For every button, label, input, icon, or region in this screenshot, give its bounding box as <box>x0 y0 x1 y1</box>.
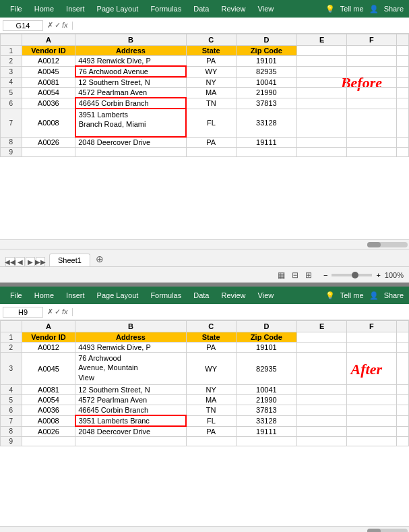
tell-me[interactable]: Tell me <box>340 5 364 13</box>
cell-d7[interactable]: 33128 <box>236 109 297 137</box>
nav-next[interactable]: ▶ <box>26 257 35 266</box>
bottom-cell-a8[interactable]: A0026 <box>22 426 75 437</box>
cell-e4[interactable] <box>297 77 347 88</box>
nav-last[interactable]: ▶▶ <box>36 257 45 266</box>
cell-b2[interactable]: 4493 Renwick Dive, P <box>75 56 187 67</box>
cell-d3[interactable]: 82935 <box>236 66 297 77</box>
bottom-cell-a6[interactable]: A0036 <box>22 405 75 416</box>
bottom-cell-b9[interactable] <box>75 437 187 446</box>
bottom-col-header-a[interactable]: A <box>22 321 75 332</box>
bottom-cell-e1[interactable] <box>297 332 347 343</box>
cell-b1[interactable]: Address <box>75 46 187 56</box>
cell-f4[interactable] <box>347 77 397 88</box>
confirm-icon[interactable]: ✓ <box>55 21 61 30</box>
col-header-c[interactable]: C <box>186 34 236 46</box>
bottom-menu-page-layout[interactable]: Page Layout <box>92 290 144 301</box>
cell-f6[interactable] <box>347 98 397 109</box>
col-header-a[interactable]: A <box>22 34 75 46</box>
col-header-e[interactable]: E <box>297 34 347 46</box>
normal-view-icon[interactable]: ▦ <box>276 270 287 280</box>
cell-f1[interactable] <box>347 46 397 56</box>
page-layout-icon[interactable]: ⊟ <box>290 270 301 280</box>
cell-f3[interactable] <box>347 66 397 77</box>
bottom-cell-c8[interactable]: PA <box>186 426 236 437</box>
cell-d6[interactable]: 37813 <box>236 98 297 109</box>
bottom-scrollbar-h[interactable] <box>0 526 409 532</box>
menu-home[interactable]: Home <box>30 3 59 14</box>
bottom-cell-f1[interactable] <box>347 332 397 343</box>
menu-file[interactable]: File <box>5 3 27 14</box>
cell-a8[interactable]: A0026 <box>22 137 75 148</box>
bottom-cell-c9[interactable] <box>186 437 236 446</box>
cell-a9[interactable] <box>22 148 75 157</box>
bottom-cell-c1[interactable]: State <box>186 332 236 343</box>
bottom-cell-a5[interactable]: A0054 <box>22 395 75 405</box>
bottom-cell-e2[interactable] <box>297 343 347 353</box>
bottom-formula-input[interactable] <box>72 308 406 316</box>
top-scrollbar-thumb[interactable] <box>367 242 408 247</box>
bottom-cell-a4[interactable]: A0081 <box>22 385 75 395</box>
top-zoom-thumb[interactable] <box>352 272 358 278</box>
nav-prev[interactable]: ◀ <box>15 257 25 266</box>
bottom-cell-d2[interactable]: 19101 <box>236 343 297 353</box>
bottom-col-header-b[interactable]: B <box>75 321 187 332</box>
bottom-tell-me[interactable]: Tell me <box>340 291 364 299</box>
cell-c3[interactable]: WY <box>186 66 236 77</box>
bottom-cell-b1[interactable]: Address <box>75 332 187 343</box>
cell-b3[interactable]: 76 Archwood Avenue <box>75 66 187 77</box>
bottom-cell-a7[interactable]: A0008 <box>22 415 75 426</box>
cell-a2[interactable]: A0012 <box>22 56 75 67</box>
top-zoom-minus[interactable]: − <box>323 271 327 279</box>
bottom-cell-f8[interactable] <box>347 426 397 437</box>
bottom-col-header-c[interactable]: C <box>186 321 236 332</box>
bottom-confirm-icon[interactable]: ✓ <box>55 307 61 316</box>
bottom-col-header-f[interactable]: F <box>347 321 397 332</box>
bottom-cell-c5[interactable]: MA <box>186 395 236 405</box>
cell-a4[interactable]: A0081 <box>22 77 75 88</box>
bottom-cell-e8[interactable] <box>297 426 347 437</box>
cell-c2[interactable]: PA <box>186 56 236 67</box>
bottom-menu-view[interactable]: View <box>253 290 279 301</box>
bottom-menu-home[interactable]: Home <box>30 290 59 301</box>
bottom-cell-c4[interactable]: NY <box>186 385 236 395</box>
top-zoom-plus[interactable]: + <box>376 271 380 279</box>
col-header-d[interactable]: D <box>236 34 297 46</box>
menu-page-layout[interactable]: Page Layout <box>92 3 144 14</box>
bottom-cell-b6[interactable]: 46645 Corbin Branch <box>75 405 187 416</box>
cell-d9[interactable] <box>236 148 297 157</box>
bottom-col-header-e[interactable]: E <box>297 321 347 332</box>
cell-b9[interactable] <box>75 148 187 157</box>
bottom-cell-c6[interactable]: TN <box>186 405 236 416</box>
function-icon[interactable]: fx <box>62 21 68 30</box>
bottom-cell-d5[interactable]: 21990 <box>236 395 297 405</box>
menu-formulas[interactable]: Formulas <box>146 3 186 14</box>
cell-e6[interactable] <box>297 98 347 109</box>
cell-f9[interactable] <box>347 148 397 157</box>
cell-a7[interactable]: A0008 <box>22 109 75 137</box>
cell-d5[interactable]: 21990 <box>236 88 297 98</box>
cancel-icon[interactable]: ✗ <box>47 21 53 30</box>
cell-e2[interactable] <box>297 56 347 67</box>
cell-c6[interactable]: TN <box>186 98 236 109</box>
cell-b4[interactable]: 12 Southern Street, N <box>75 77 187 88</box>
top-sheet-tab[interactable]: Sheet1 <box>49 254 90 266</box>
cell-f7[interactable] <box>347 109 397 137</box>
bottom-cell-f5[interactable] <box>347 395 397 405</box>
bottom-function-icon[interactable]: fx <box>62 307 68 316</box>
menu-insert[interactable]: Insert <box>61 3 90 14</box>
cell-b5[interactable]: 4572 Pearlman Aven <box>75 88 187 98</box>
bottom-cell-b3[interactable]: 76 ArchwoodAvenue, MountainView <box>75 353 187 385</box>
bottom-cell-b5[interactable]: 4572 Pearlman Aven <box>75 395 187 405</box>
top-zoom-slider[interactable] <box>332 274 372 276</box>
bottom-cell-c3[interactable]: WY <box>186 353 236 385</box>
cell-e8[interactable] <box>297 137 347 148</box>
col-header-f[interactable]: F <box>347 34 397 46</box>
menu-review[interactable]: Review <box>216 3 250 14</box>
bottom-cell-e4[interactable] <box>297 385 347 395</box>
bottom-menu-review[interactable]: Review <box>216 290 250 301</box>
bottom-cell-e3[interactable] <box>297 353 347 385</box>
cell-a3[interactable]: A0045 <box>22 66 75 77</box>
menu-view[interactable]: View <box>253 3 279 14</box>
top-cell-ref[interactable] <box>3 20 43 31</box>
bottom-cell-c7[interactable]: FL <box>186 415 236 426</box>
